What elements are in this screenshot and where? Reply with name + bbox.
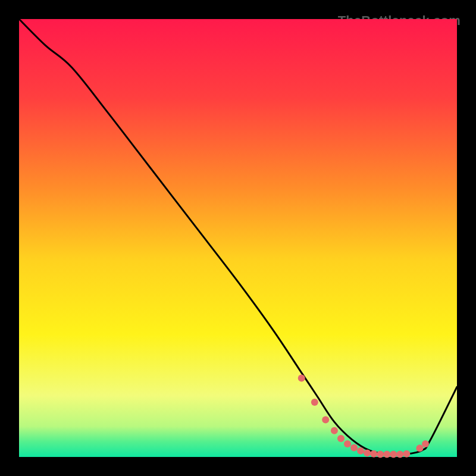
gradient-background — [19, 19, 457, 457]
data-point — [337, 435, 345, 442]
data-point — [357, 447, 364, 455]
data-point — [364, 449, 371, 456]
data-point — [390, 451, 397, 458]
data-point — [422, 440, 429, 447]
data-point — [298, 375, 305, 382]
data-point — [350, 444, 358, 452]
data-point — [331, 427, 338, 434]
chart-frame: TheBottleneck.com — [12, 12, 464, 464]
data-point — [311, 399, 318, 406]
data-point — [403, 450, 410, 458]
data-point — [383, 451, 390, 458]
data-point — [344, 440, 351, 447]
data-point — [322, 416, 329, 423]
data-point — [377, 451, 384, 458]
data-point — [396, 451, 403, 458]
data-point — [416, 444, 423, 452]
chart-canvas — [12, 12, 464, 464]
data-point — [370, 450, 377, 458]
